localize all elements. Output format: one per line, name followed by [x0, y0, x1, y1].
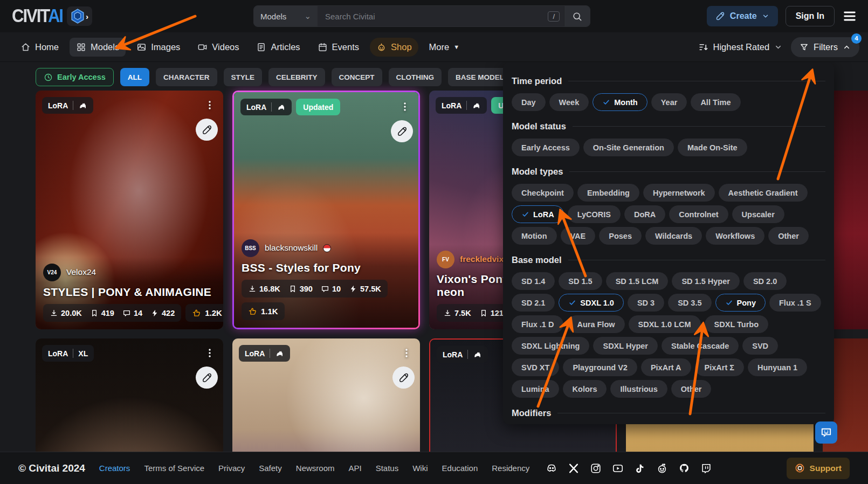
filter-chip-poses[interactable]: Poses	[599, 227, 642, 245]
creator-username[interactable]: Velox24	[66, 267, 96, 277]
filter-chip-aesthetic-gradient[interactable]: Aesthetic Gradient	[719, 184, 808, 202]
filter-chip-embedding[interactable]: Embedding	[577, 184, 639, 202]
filter-chip-lycoris[interactable]: LyCORIS	[568, 205, 621, 223]
tag-celebrity[interactable]: CELEBRITY	[268, 68, 325, 86]
social-youtube[interactable]	[612, 462, 624, 474]
filter-chip-flux-1-s[interactable]: Flux .1 S	[769, 294, 821, 312]
sign-in-button[interactable]: Sign In	[786, 6, 835, 26]
tag-early-access[interactable]: Early Access	[36, 68, 114, 86]
tag-concept[interactable]: CONCEPT	[332, 68, 382, 86]
footer-link-education[interactable]: Education	[442, 464, 478, 473]
filter-chip-week[interactable]: Week	[549, 93, 589, 111]
filter-chip-playground-v2[interactable]: Playground V2	[563, 358, 637, 376]
filter-chip-sd-2-1[interactable]: SD 2.1	[512, 294, 555, 312]
filter-chip-vae[interactable]: VAE	[561, 227, 596, 245]
filter-chip-svd[interactable]: SVD	[742, 337, 778, 355]
tag-base-model[interactable]: BASE MODEL	[448, 68, 512, 86]
filter-chip-lumina[interactable]: Lumina	[512, 380, 559, 398]
filter-chip-kolors[interactable]: Kolors	[563, 380, 607, 398]
filter-chip-all-time[interactable]: All Time	[691, 93, 740, 111]
search-input[interactable]	[318, 6, 548, 26]
remix-button[interactable]	[391, 120, 413, 142]
filters-button[interactable]: Filters 4	[791, 37, 859, 57]
footer-link-terms-of-service[interactable]: Terms of Service	[144, 464, 204, 473]
nav-item-home[interactable]: Home	[14, 38, 65, 57]
filter-chip-sdxl-1-0[interactable]: SDXL 1.0	[559, 294, 624, 312]
footer-link-residency[interactable]: Residency	[492, 464, 529, 473]
filter-chip-sdxl-turbo[interactable]: SDXL Turbo	[705, 315, 768, 333]
filter-chip-stable-cascade[interactable]: Stable Cascade	[662, 337, 739, 355]
filter-chip-day[interactable]: Day	[512, 93, 546, 111]
social-github[interactable]	[678, 462, 690, 474]
filter-chip-svd-xt[interactable]: SVD XT	[512, 358, 559, 376]
remix-button[interactable]	[196, 119, 218, 141]
tag-character[interactable]: CHARACTER	[156, 68, 217, 86]
card-styles-pony-animagine[interactable]: LoRAV24Velox24STYLES | PONY & ANIMAGINE2…	[36, 91, 223, 329]
footer-link-newsroom[interactable]: Newsroom	[296, 464, 335, 473]
social-reddit[interactable]	[656, 462, 668, 474]
filter-chip-sd-2-0[interactable]: SD 2.0	[743, 272, 787, 290]
remix-button[interactable]	[196, 367, 218, 389]
footer-link-safety[interactable]: Safety	[259, 464, 282, 473]
filter-chip-sd-3-5[interactable]: SD 3.5	[668, 294, 711, 312]
social-twitch[interactable]	[700, 462, 712, 474]
social-instagram[interactable]	[590, 462, 602, 474]
like-button[interactable]: 1.2K	[185, 304, 223, 322]
tag-all[interactable]: ALL	[120, 68, 149, 86]
filter-chip-pixart-σ[interactable]: PixArt Σ	[695, 358, 744, 376]
filter-chip-other[interactable]: Other	[768, 227, 809, 245]
filter-chip-pixart-a[interactable]: PixArt A	[641, 358, 691, 376]
filter-chip-sd-3[interactable]: SD 3	[628, 294, 664, 312]
tag-clothing[interactable]: CLOTHING	[389, 68, 442, 86]
filter-chip-early-access[interactable]: Early Access	[512, 139, 580, 156]
civitai-logo[interactable]: CIVITAI ›	[12, 0, 92, 32]
footer-link-status[interactable]: Status	[376, 464, 399, 473]
footer-link-privacy[interactable]: Privacy	[218, 464, 245, 473]
chat-widget-button[interactable]	[815, 421, 837, 444]
card-menu-button[interactable]	[204, 347, 216, 361]
filter-chip-sd-1-5-hyper[interactable]: SD 1.5 Hyper	[672, 272, 739, 290]
filter-chip-aura-flow[interactable]: Aura Flow	[567, 315, 624, 333]
nav-item-videos[interactable]: Videos	[191, 38, 245, 57]
nav-item-events[interactable]: Events	[311, 38, 366, 57]
like-button[interactable]: 1.1K	[242, 302, 285, 320]
avatar[interactable]: V24	[43, 264, 61, 281]
card-menu-button[interactable]	[204, 99, 216, 113]
hamburger-menu-button[interactable]	[842, 9, 857, 24]
filter-chip-sd-1-5-lcm[interactable]: SD 1.5 LCM	[606, 272, 669, 290]
filter-chip-made-on-site[interactable]: Made On-Site	[678, 139, 747, 156]
filter-chip-on-site-generation[interactable]: On-Site Generation	[583, 139, 674, 156]
avatar[interactable]: BSS	[242, 239, 259, 257]
footer-link-api[interactable]: API	[348, 464, 361, 473]
filter-chip-sdxl-hyper[interactable]: SDXL Hyper	[593, 337, 658, 355]
filter-chip-workflows[interactable]: Workflows	[706, 227, 764, 245]
filter-chip-month[interactable]: Month	[593, 93, 647, 111]
filter-chip-motion[interactable]: Motion	[512, 227, 557, 245]
card-bss-styles-for-pony[interactable]: LoRAUpdatedBSSblacksnowskillBSS - Styles…	[232, 91, 420, 329]
avatar[interactable]: FV	[437, 251, 454, 268]
social-x[interactable]	[568, 462, 580, 474]
filter-chip-wildcards[interactable]: Wildcards	[645, 227, 702, 245]
filter-chip-illustrious[interactable]: Illustrious	[610, 380, 667, 398]
filter-chip-flux-1-d[interactable]: Flux .1 D	[512, 315, 563, 333]
footer-link-wiki[interactable]: Wiki	[412, 464, 428, 473]
tag-style[interactable]: STYLE	[224, 68, 263, 86]
search-category-select[interactable]: Models ⌄	[254, 6, 318, 26]
card-menu-button[interactable]	[401, 347, 412, 361]
filter-chip-checkpoint[interactable]: Checkpoint	[512, 184, 574, 202]
filter-chip-dora[interactable]: DoRA	[624, 205, 665, 223]
filter-chip-sd-1-4[interactable]: SD 1.4	[512, 272, 555, 290]
creator-username[interactable]: blacksnowskill	[265, 243, 318, 253]
filter-chip-upscaler[interactable]: Upscaler	[732, 205, 784, 223]
sort-select[interactable]: Highest Rated	[698, 42, 783, 52]
filter-chip-hunyuan-1[interactable]: Hunyuan 1	[748, 358, 807, 376]
nav-item-articles[interactable]: Articles	[250, 38, 306, 57]
nav-item-more[interactable]: More▼	[423, 38, 466, 57]
filter-chip-sdxl-lightning[interactable]: SDXL Lightning	[512, 337, 589, 355]
supporter-badge[interactable]: ›	[67, 6, 92, 26]
filter-chip-sdxl-1-0-lcm[interactable]: SDXL 1.0 LCM	[629, 315, 701, 333]
support-button[interactable]: Support	[787, 458, 850, 479]
nav-item-images[interactable]: Images	[130, 38, 187, 57]
create-button[interactable]: Create	[707, 6, 778, 26]
filter-chip-lora[interactable]: LoRA	[512, 205, 564, 223]
